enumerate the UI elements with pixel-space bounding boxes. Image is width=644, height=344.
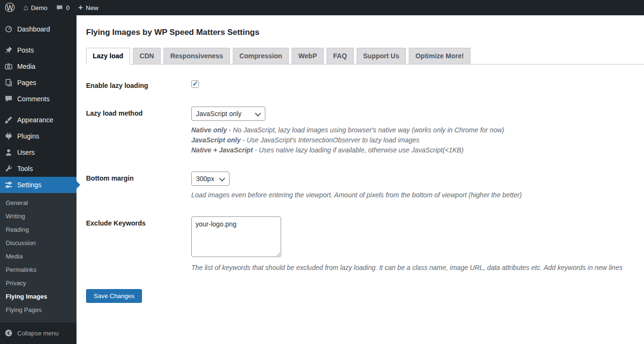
- collapse-menu-label: Collapse menu: [17, 330, 59, 337]
- tab-optimize-more[interactable]: Optimize More!: [409, 48, 470, 64]
- sidebar-item-label: Plugins: [17, 132, 39, 140]
- lazy-load-settings-form: Enable lazy loading Lazy load method Jav…: [86, 79, 634, 303]
- settings-page: Flying Images by WP Speed Matters Settin…: [76, 15, 644, 344]
- lazy-load-method-label: Lazy load method: [86, 107, 191, 155]
- sidebar-item-appearance[interactable]: Appearance: [0, 112, 76, 128]
- sliders-icon: [4, 181, 13, 189]
- sidebar-item-dashboard[interactable]: Dashboard: [0, 21, 76, 37]
- sidebar-item-privacy[interactable]: Privacy: [0, 277, 76, 290]
- sidebar-item-pages[interactable]: Pages: [0, 75, 76, 91]
- tab-compression[interactable]: Compression: [233, 48, 289, 64]
- sidebar-item-media-settings[interactable]: Media: [0, 250, 76, 263]
- method-help-native-javascript: Native + JavaScript - Uses native lazy l…: [191, 145, 634, 155]
- exclude-keywords-row: Exclude Keywords your-logo.png The list …: [86, 216, 634, 273]
- page-title: Flying Images by WP Speed Matters Settin…: [86, 28, 634, 37]
- sidebar-item-flying-pages[interactable]: Flying Pages: [0, 303, 76, 317]
- settings-tabs: Lazy load CDN Responsiveness Compression…: [86, 48, 644, 64]
- bottom-margin-select-wrap: 300px: [191, 172, 229, 186]
- home-icon: ⌂: [23, 3, 28, 12]
- admin-sidebar: Dashboard Posts Media Pages: [0, 15, 76, 344]
- lazy-load-method-select-wrap: JavaScript only: [191, 107, 265, 121]
- save-changes-button[interactable]: Save Changes: [86, 289, 142, 303]
- sidebar-item-label: Settings: [17, 181, 42, 189]
- wordpress-menu[interactable]: Ⓦ: [5, 0, 15, 15]
- sidebar-item-flying-images[interactable]: Flying Images: [0, 290, 76, 303]
- sidebar-item-label: Comments: [17, 95, 50, 103]
- new-label: New: [86, 4, 98, 11]
- site-name-label: Demo: [31, 4, 48, 11]
- enable-lazy-loading-row: Enable lazy loading: [86, 79, 634, 90]
- tab-lazy-load[interactable]: Lazy load: [86, 48, 130, 64]
- sidebar-item-label: Dashboard: [17, 25, 50, 33]
- camera-icon: [4, 62, 13, 71]
- sidebar-item-posts[interactable]: Posts: [0, 42, 76, 58]
- method-help-javascript-only: JavaScript only - Use JavaScript's Inter…: [191, 135, 634, 145]
- comments-menu[interactable]: 0: [56, 0, 69, 15]
- user-icon: [4, 148, 13, 157]
- tab-support-us[interactable]: Support Us: [357, 48, 406, 64]
- exclude-keywords-label: Exclude Keywords: [86, 216, 191, 273]
- sidebar-item-plugins[interactable]: Plugins: [0, 128, 76, 144]
- sidebar-item-tools[interactable]: Tools: [0, 161, 76, 177]
- tab-responsiveness[interactable]: Responsiveness: [164, 48, 230, 64]
- comment-count: 0: [66, 4, 69, 11]
- plus-icon: +: [78, 0, 83, 15]
- pushpin-icon: [4, 46, 13, 54]
- collapse-menu-button[interactable]: Collapse menu: [0, 324, 76, 344]
- enable-lazy-loading-label: Enable lazy loading: [86, 79, 191, 90]
- brush-icon: [4, 116, 13, 124]
- site-name-menu[interactable]: ⌂ Demo: [23, 0, 47, 15]
- menu-separator: [0, 37, 76, 42]
- comment-bubble-icon: [56, 4, 63, 11]
- sidebar-item-discussion[interactable]: Discussion: [0, 236, 76, 250]
- dashboard-icon: [4, 25, 13, 33]
- sidebar-item-label: Pages: [17, 78, 36, 87]
- tab-faq[interactable]: FAQ: [327, 48, 354, 64]
- sidebar-item-comments[interactable]: Comments: [0, 91, 76, 107]
- sidebar-item-media[interactable]: Media: [0, 58, 76, 75]
- lazy-load-method-select[interactable]: JavaScript only: [191, 107, 265, 121]
- tab-webp[interactable]: WebP: [292, 48, 324, 64]
- exclude-keywords-textarea[interactable]: your-logo.png: [191, 216, 281, 257]
- sidebar-item-label: Posts: [17, 46, 34, 54]
- sidebar-item-permalinks[interactable]: Permalinks: [0, 263, 76, 277]
- bottom-margin-row: Bottom margin 300px Load images even bef…: [86, 172, 634, 200]
- bottom-margin-help: Load images even before entering the vie…: [191, 190, 634, 200]
- settings-submenu: General Writing Reading Discussion Media…: [0, 193, 76, 322]
- sidebar-item-users[interactable]: Users: [0, 144, 76, 161]
- sidebar-item-writing[interactable]: Writing: [0, 210, 76, 223]
- sidebar-item-reading[interactable]: Reading: [0, 223, 76, 236]
- collapse-arrow-icon: [4, 329, 13, 337]
- sidebar-item-settings[interactable]: Settings: [0, 177, 76, 193]
- lazy-load-method-row: Lazy load method JavaScript only Native …: [86, 107, 634, 155]
- sidebar-item-label: Media: [17, 62, 35, 71]
- tab-cdn[interactable]: CDN: [133, 48, 161, 64]
- plugin-icon: [4, 132, 13, 140]
- method-help-native-only: Native only - No JavaScript, lazy load i…: [191, 125, 634, 135]
- wordpress-logo-icon: Ⓦ: [5, 0, 15, 15]
- sidebar-item-label: Appearance: [17, 116, 54, 124]
- bottom-margin-select[interactable]: 300px: [191, 172, 229, 186]
- new-content-menu[interactable]: + New: [78, 0, 98, 15]
- exclude-keywords-help: The list of keywords that should be excl…: [191, 263, 634, 273]
- sidebar-item-label: Tools: [17, 164, 33, 173]
- bottom-margin-label: Bottom margin: [86, 172, 191, 200]
- wrench-icon: [4, 164, 13, 173]
- menu-separator: [0, 107, 76, 112]
- admin-bar: Ⓦ ⌂ Demo 0 + New: [0, 0, 644, 15]
- enable-lazy-loading-checkbox[interactable]: [191, 80, 199, 88]
- comment-bubble-icon: [4, 95, 13, 103]
- sidebar-item-general[interactable]: General: [0, 196, 76, 210]
- sidebar-item-label: Users: [17, 148, 35, 157]
- pages-icon: [4, 78, 13, 87]
